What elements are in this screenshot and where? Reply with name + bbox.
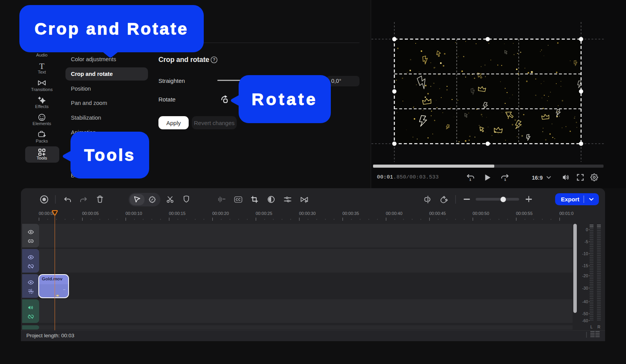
svg-text:?: ?: [213, 57, 215, 62]
svg-text:1: 1: [504, 178, 506, 182]
svg-text:1: 1: [469, 178, 471, 182]
svg-text:T: T: [39, 62, 45, 70]
